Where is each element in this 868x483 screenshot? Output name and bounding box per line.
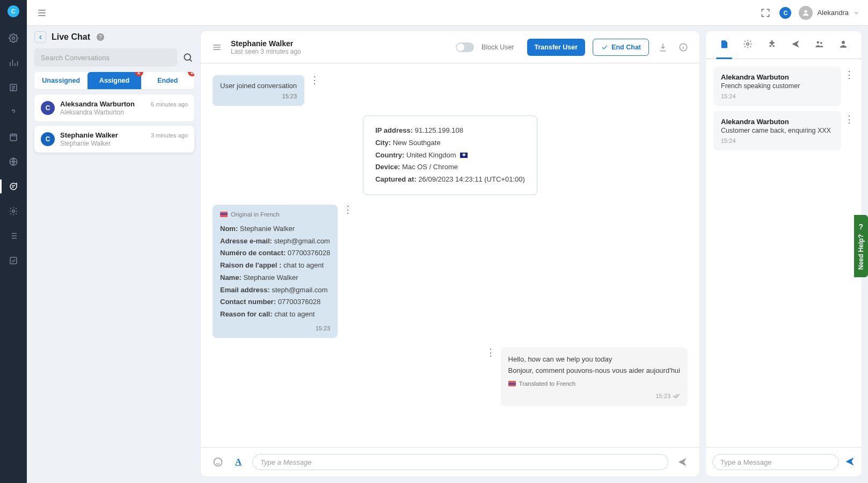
download-icon[interactable] bbox=[657, 41, 669, 54]
help-icon[interactable]: ? bbox=[97, 33, 104, 41]
message-composer: A bbox=[201, 447, 699, 477]
username-label: Alekandra bbox=[817, 9, 849, 17]
contact-avatar: C bbox=[41, 101, 55, 115]
tab-unassigned[interactable]: Unassigned bbox=[34, 72, 87, 89]
back-button[interactable] bbox=[34, 31, 46, 43]
conversation-item[interactable]: C Aleksandra Warburton6 minutes ago Alek… bbox=[34, 95, 194, 121]
org-badge[interactable]: C bbox=[779, 7, 791, 19]
nav-globe[interactable] bbox=[0, 155, 27, 169]
nav-analytics[interactable] bbox=[0, 56, 27, 70]
svg-rect-2 bbox=[10, 134, 17, 141]
avatar-icon bbox=[799, 6, 813, 20]
nav-rail: C bbox=[0, 0, 27, 483]
page-title: Live Chat bbox=[52, 32, 90, 42]
reorder-icon[interactable] bbox=[210, 41, 223, 54]
send-icon[interactable] bbox=[676, 456, 689, 468]
chat-last-seen: Last seen 3 minutes ago bbox=[231, 48, 301, 55]
notes-tab-puzzle[interactable] bbox=[765, 36, 779, 54]
block-user-label: Block User bbox=[482, 44, 514, 51]
nav-chat[interactable] bbox=[0, 179, 27, 193]
nav-calendar[interactable] bbox=[0, 130, 27, 144]
agent-message: Hello, how can we help you today Bonjour… bbox=[501, 348, 688, 407]
svg-point-7 bbox=[184, 54, 191, 60]
note-actions-icon[interactable]: ⋮ bbox=[844, 114, 854, 124]
conversation-tabs: Unassigned Assigned 2 Ended 2 bbox=[34, 72, 194, 89]
message-actions-icon[interactable]: ⋮ bbox=[310, 75, 319, 85]
svg-point-9 bbox=[214, 458, 222, 466]
nav-list[interactable] bbox=[0, 229, 27, 243]
fr-flag-icon bbox=[220, 212, 228, 217]
svg-point-13 bbox=[842, 41, 845, 44]
format-icon[interactable]: A bbox=[232, 456, 245, 468]
conversation-item[interactable]: C Stephanie Walker3 minutes ago Stephani… bbox=[34, 126, 194, 153]
menu-icon[interactable] bbox=[35, 6, 48, 19]
svg-point-11 bbox=[817, 41, 820, 44]
nav-check[interactable] bbox=[0, 254, 27, 268]
user-menu[interactable]: Alekandra bbox=[799, 6, 859, 20]
nav-help[interactable] bbox=[0, 105, 27, 119]
chat-contact-name: Stephanie Walker bbox=[231, 39, 301, 48]
note-card: Alekandra Warbuton Customer came back, e… bbox=[713, 111, 841, 150]
need-help-tab[interactable]: Need Help? ? bbox=[854, 215, 868, 277]
message-actions-icon[interactable]: ⋮ bbox=[486, 348, 495, 357]
ended-badge: 2 bbox=[188, 72, 194, 76]
visitor-info-box: IP address: 91.125.199.108 City: New Sou… bbox=[363, 116, 537, 195]
uk-flag-icon bbox=[460, 153, 468, 158]
svg-rect-5 bbox=[10, 257, 17, 264]
fr-flag-icon bbox=[508, 381, 516, 386]
transfer-user-button[interactable]: Transfer User bbox=[527, 39, 586, 56]
end-chat-button[interactable]: End Chat bbox=[593, 39, 649, 56]
search-icon[interactable] bbox=[181, 51, 194, 64]
note-input[interactable] bbox=[712, 454, 839, 470]
tab-ended[interactable]: Ended 2 bbox=[141, 72, 194, 89]
chevron-down-icon bbox=[853, 10, 859, 16]
message-actions-icon[interactable]: ⋮ bbox=[343, 205, 353, 214]
delivered-icon bbox=[673, 392, 680, 400]
search-input[interactable] bbox=[34, 48, 177, 67]
brand-logo: C bbox=[8, 5, 19, 17]
svg-point-10 bbox=[747, 43, 749, 46]
svg-point-6 bbox=[805, 10, 807, 12]
fullscreen-icon[interactable] bbox=[759, 6, 772, 19]
message-input[interactable] bbox=[252, 454, 668, 470]
svg-point-0 bbox=[12, 37, 15, 40]
question-icon: ? bbox=[859, 222, 864, 231]
nav-docs[interactable] bbox=[0, 81, 27, 95]
check-icon bbox=[601, 44, 608, 51]
nav-gear[interactable] bbox=[0, 204, 27, 218]
note-send-icon[interactable] bbox=[844, 456, 855, 468]
translated-form-message: Original in French Nom: Stephanie Walker… bbox=[213, 205, 338, 338]
notes-tab-person[interactable] bbox=[836, 36, 850, 54]
info-icon[interactable] bbox=[677, 41, 690, 54]
note-actions-icon[interactable]: ⋮ bbox=[844, 70, 854, 80]
svg-point-4 bbox=[12, 210, 15, 213]
topbar: C Alekandra bbox=[27, 0, 868, 26]
tab-assigned[interactable]: Assigned 2 bbox=[87, 72, 141, 89]
contact-avatar: C bbox=[41, 132, 55, 146]
notes-tab-settings[interactable] bbox=[741, 36, 755, 54]
nav-settings[interactable] bbox=[0, 31, 27, 45]
system-message: User joined conversation 15:23 bbox=[213, 75, 304, 106]
notes-tab-group[interactable] bbox=[812, 36, 826, 54]
note-card: Alekandra Warbuton French speaking custo… bbox=[713, 67, 841, 106]
chat-panel: Stephanie Walker Last seen 3 minutes ago… bbox=[201, 31, 699, 477]
block-user-toggle[interactable] bbox=[456, 42, 474, 52]
notes-tab-notes[interactable] bbox=[717, 36, 731, 54]
notes-panel: Alekandra Warbuton French speaking custo… bbox=[706, 31, 862, 477]
notes-tab-send[interactable] bbox=[789, 36, 803, 54]
conversation-sidebar: Live Chat ? Unassigned Assigned 2 Ended … bbox=[34, 31, 194, 477]
emoji-icon[interactable] bbox=[211, 456, 224, 468]
svg-point-12 bbox=[820, 42, 822, 44]
